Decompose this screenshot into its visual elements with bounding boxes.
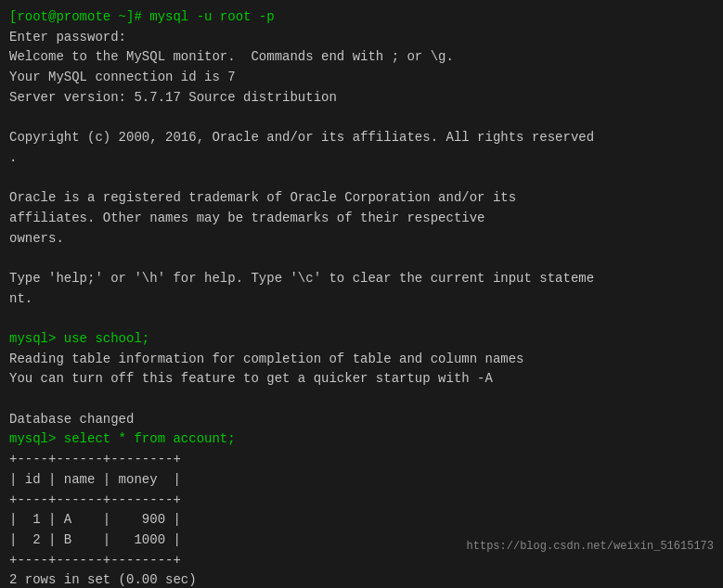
line-welcome: Welcome to the MySQL monitor. Commands e… <box>9 47 714 68</box>
line-copyright: Copyright (c) 2000, 2016, Oracle and/or … <box>9 128 714 148</box>
line-reading-table: Reading table information for completion… <box>9 350 714 370</box>
line-empty-1 <box>9 108 714 128</box>
line-db-changed: Database changed <box>9 410 714 430</box>
line-turn-off: You can turn off this feature to get a q… <box>9 369 714 390</box>
line-empty-5 <box>9 390 714 410</box>
line-empty-3 <box>9 249 714 269</box>
line-oracle-3: owners. <box>9 229 714 249</box>
terminal-window: [root@promote ~]# mysql -u root -p Enter… <box>0 0 723 588</box>
line-table-border-mid: +----+------+--------+ <box>9 491 714 511</box>
line-root-command: [root@promote ~]# mysql -u root -p <box>9 7 714 28</box>
line-table-border-bot: +----+------+--------+ <box>9 551 714 571</box>
line-type-help-2: nt. <box>9 289 714 310</box>
line-copyright-dot: . <box>9 148 714 169</box>
line-table-header: | id | name | money | <box>9 470 714 491</box>
line-empty-2 <box>9 169 714 189</box>
line-oracle-2: affiliates. Other names may be trademark… <box>9 209 714 229</box>
line-table-border-top: +----+------+--------+ <box>9 450 714 470</box>
line-rows-in-set: 2 rows in set (0.00 sec) <box>9 570 714 588</box>
line-connection-id: Your MySQL connection id is 7 <box>9 68 714 88</box>
line-enter-password: Enter password: <box>9 28 714 48</box>
line-select-query: mysql> select * from account; <box>9 429 714 450</box>
line-empty-4 <box>9 309 714 329</box>
line-use-school: mysql> use school; <box>9 329 714 350</box>
watermark: https://blog.csdn.net/weixin_51615173 <box>467 540 714 553</box>
line-type-help-1: Type 'help;' or '\h' for help. Type '\c'… <box>9 269 714 289</box>
line-oracle-1: Oracle is a registered trademark of Orac… <box>9 188 714 209</box>
line-table-row-1: | 1 | A | 900 | <box>9 510 714 530</box>
line-server-version: Server version: 5.7.17 Source distributi… <box>9 88 714 109</box>
